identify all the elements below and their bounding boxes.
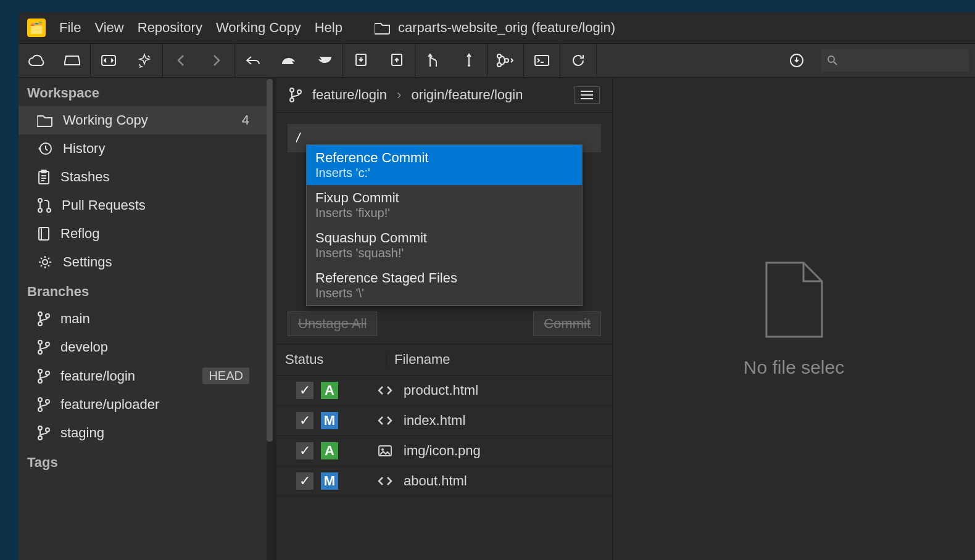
svg-point-31: [38, 436, 42, 440]
table-row[interactable]: ✓ M index.html: [276, 406, 612, 436]
sidebar-item-stashes[interactable]: Stashes: [19, 163, 273, 191]
svg-point-37: [381, 448, 384, 451]
branch-bar: feature/login › origin/feature/login: [276, 78, 612, 113]
sidebar-item-label: Working Copy: [63, 112, 148, 128]
svg-point-14: [38, 208, 42, 212]
push-button[interactable]: [379, 44, 415, 77]
terminal-button[interactable]: [524, 44, 560, 77]
repo-name: carparts-website_orig (feature/login): [398, 20, 615, 36]
menu-help[interactable]: Help: [315, 20, 342, 36]
table-row[interactable]: ✓ A product.html: [276, 376, 612, 406]
sidebar-item-reflog[interactable]: Reflog: [19, 220, 273, 248]
undo-button[interactable]: [235, 44, 271, 77]
autocomplete-title: Squashup Commit: [315, 230, 573, 246]
magic-button[interactable]: [127, 44, 162, 77]
svg-point-30: [38, 426, 42, 430]
sidebar-item-settings[interactable]: Settings: [19, 248, 273, 276]
branch-icon: [37, 311, 51, 327]
download-button[interactable]: [779, 44, 815, 77]
forward-button[interactable]: [199, 44, 234, 77]
status-badge-modified: M: [321, 412, 338, 429]
code-icon: [373, 414, 397, 427]
sidebar-item-label: Stashes: [60, 169, 110, 185]
sidebar-item-label: Settings: [63, 254, 112, 270]
rebase-button[interactable]: [451, 44, 487, 77]
svg-point-32: [46, 428, 49, 432]
scrollbar-thumb[interactable]: [267, 79, 273, 442]
redo-button[interactable]: [271, 44, 307, 77]
center-panel: feature/login › origin/feature/login Ref…: [276, 78, 612, 560]
sidebar-item-pull-requests[interactable]: Pull Requests: [19, 191, 273, 220]
branch-icon: [37, 368, 51, 384]
pull-button[interactable]: [343, 44, 379, 77]
history-icon: [37, 141, 53, 157]
clipboard-icon: [37, 169, 51, 185]
book-icon: [37, 226, 51, 242]
sidebar-branch-staging[interactable]: staging: [19, 419, 273, 447]
menu-working-copy[interactable]: Working Copy: [216, 20, 301, 36]
remote-branch[interactable]: origin/feature/login: [411, 87, 523, 103]
svg-point-13: [38, 199, 42, 202]
jump-button[interactable]: [307, 44, 342, 77]
header-status[interactable]: Status: [285, 352, 386, 368]
autocomplete-item-reference-commit[interactable]: Reference Commit Inserts 'c:': [307, 145, 582, 185]
checkout-button[interactable]: [91, 44, 127, 77]
header-filename[interactable]: Filename: [386, 352, 604, 368]
sidebar-branch-feature-login[interactable]: feature/login HEAD: [19, 361, 273, 390]
menu-view[interactable]: View: [94, 20, 123, 36]
back-button[interactable]: [163, 44, 199, 77]
app-window: 🗂️ File View Repository Working Copy Hel…: [19, 12, 975, 560]
empty-state-text: No file selec: [744, 357, 844, 378]
autocomplete-title: Fixup Commit: [315, 190, 573, 206]
gear-icon: [37, 254, 53, 270]
branch-icon: [37, 339, 51, 355]
sidebar-item-history[interactable]: History: [19, 134, 273, 163]
sidebar-item-label: feature/login: [60, 368, 135, 384]
sidebar-branch-develop[interactable]: develop: [19, 333, 273, 361]
table-row[interactable]: ✓ A img/icon.png: [276, 436, 612, 466]
merge-button[interactable]: [415, 44, 451, 77]
row-checkbox[interactable]: ✓: [296, 442, 313, 459]
menu-file[interactable]: File: [59, 20, 81, 36]
autocomplete-sub: Inserts 'c:': [315, 166, 573, 180]
row-checkbox[interactable]: ✓: [296, 382, 313, 399]
sidebar-scrollbar[interactable]: [267, 78, 273, 560]
section-branches: Branches: [19, 276, 273, 305]
commit-button[interactable]: Commit: [533, 311, 601, 336]
unstage-all-button[interactable]: Unstage All: [288, 311, 377, 336]
menu-repository[interactable]: Repository: [138, 20, 202, 36]
svg-point-17: [43, 260, 48, 265]
filename: img/icon.png: [404, 443, 481, 459]
svg-rect-16: [39, 228, 49, 240]
search-input[interactable]: [821, 49, 969, 72]
autocomplete-title: Reference Commit: [315, 150, 573, 166]
autocomplete-item-squashup[interactable]: Squashup Commit Inserts 'squash!': [307, 225, 582, 265]
sidebar-branch-main[interactable]: main: [19, 305, 273, 333]
row-checkbox[interactable]: ✓: [296, 412, 313, 429]
table-row[interactable]: ✓ M about.html: [276, 466, 612, 496]
gitflow-button[interactable]: [487, 44, 523, 77]
app-icon: 🗂️: [27, 19, 46, 37]
row-checkbox[interactable]: ✓: [296, 472, 313, 490]
folder-icon: [375, 21, 391, 35]
search-icon: [827, 55, 838, 66]
status-badge-added: A: [321, 382, 338, 399]
svg-point-19: [38, 322, 42, 326]
autocomplete-item-staged-files[interactable]: Reference Staged Files Inserts '\': [307, 265, 582, 305]
refresh-button[interactable]: [560, 44, 596, 77]
svg-point-22: [38, 350, 42, 354]
current-branch[interactable]: feature/login: [312, 87, 387, 103]
svg-point-25: [38, 379, 42, 383]
local-button[interactable]: [54, 44, 90, 77]
autocomplete-sub: Inserts 'squash!': [315, 246, 573, 260]
commit-actions: Unstage All Commit: [276, 311, 612, 344]
sidebar-item-working-copy[interactable]: Working Copy 4: [19, 106, 273, 134]
repo-indicator[interactable]: carparts-website_orig (feature/login): [375, 20, 615, 36]
hamburger-button[interactable]: [574, 86, 600, 104]
autocomplete-sub: Inserts 'fixup!': [315, 206, 573, 220]
sidebar-branch-feature-uploader[interactable]: feature/uploader: [19, 390, 273, 419]
chevron-right-icon: ›: [397, 87, 401, 103]
autocomplete-item-fixup[interactable]: Fixup Commit Inserts 'fixup!': [307, 185, 582, 225]
cloud-button[interactable]: [19, 44, 54, 77]
head-tag: HEAD: [202, 368, 249, 384]
